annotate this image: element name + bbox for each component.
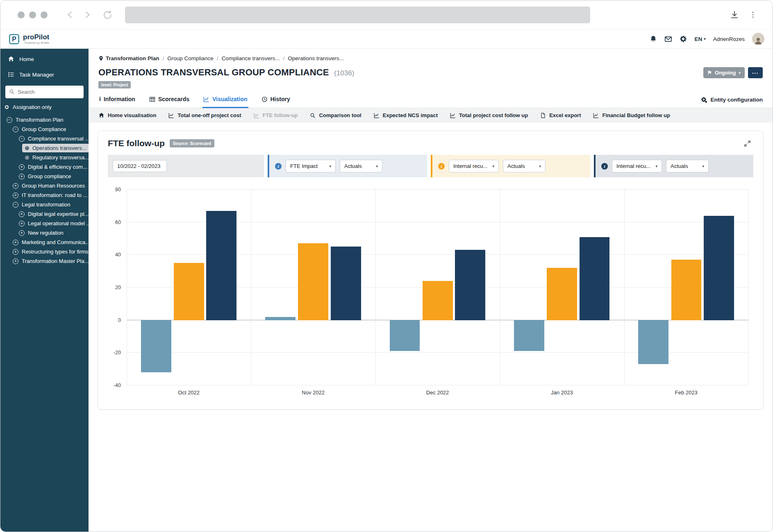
tree-expand-icon[interactable]: + [13, 183, 18, 189]
task-list-icon [8, 71, 14, 78]
tree-expand-icon[interactable]: + [19, 230, 25, 236]
source-badge: Source: Scorecard [170, 139, 214, 147]
expand-icon[interactable] [741, 140, 753, 147]
tree-collapse-icon[interactable]: − [13, 127, 18, 132]
tree-collapse-icon[interactable]: − [7, 117, 12, 123]
breadcrumb-item[interactable]: Group Compliance [167, 55, 214, 61]
bar-dec-2022-series2 [423, 281, 453, 320]
tree-item[interactable]: +Marketing and Communica... [0, 238, 89, 247]
tree-item[interactable]: +New regulation [0, 228, 89, 238]
breadcrumb-item[interactable]: Operations transvers... [288, 55, 344, 61]
tree-expand-icon[interactable]: + [19, 221, 25, 226]
tree-item[interactable]: −Group Compliance [0, 125, 89, 134]
propilot-logo-icon: P [9, 34, 20, 45]
breadcrumb-item[interactable]: Transformation Plan [98, 55, 159, 61]
subnav-item[interactable]: Comparison tool [310, 112, 361, 118]
measure-select[interactable]: Actuals ▾ [340, 160, 382, 172]
tree-collapse-icon[interactable]: − [19, 136, 25, 142]
tree-item[interactable]: +Legal operational model ... [0, 219, 89, 228]
measure-select[interactable]: Actuals ▾ [666, 160, 709, 172]
tree-item[interactable]: +Restructuring types for firms [0, 247, 89, 256]
download-icon[interactable] [730, 10, 739, 19]
toggle-circle-icon[interactable] [5, 105, 9, 109]
window-controls[interactable] [18, 11, 48, 18]
entity-configuration-button[interactable]: Entity configuration [701, 97, 763, 103]
tree-item[interactable]: +Group Human Ressources [0, 181, 89, 190]
browser-menu-icon[interactable] [749, 11, 757, 19]
tree-dot-icon [25, 156, 29, 160]
tree-item-label: Marketing and Communica... [22, 239, 89, 245]
subnav-item-label: FTE follow-up [263, 112, 298, 118]
refresh-icon[interactable] [102, 10, 113, 20]
search-input[interactable] [5, 86, 84, 98]
tree-expand-icon[interactable]: + [13, 258, 18, 264]
tree-item[interactable]: +Transformation Master Pla... [0, 256, 89, 266]
subnav-item-label: Excel export [549, 112, 581, 118]
tree-item[interactable]: Operations transvers... [0, 143, 89, 153]
forward-icon[interactable] [83, 10, 92, 19]
tree-expand-icon[interactable]: + [13, 240, 18, 245]
window-dot[interactable] [29, 11, 36, 18]
status-ongoing-button[interactable]: ⚑ Ongoing ▾ [703, 67, 745, 78]
subnav-item[interactable]: Financial Budget follow up [593, 112, 670, 118]
address-bar[interactable] [125, 7, 590, 23]
tree-collapse-icon[interactable]: − [13, 202, 18, 208]
language-selector[interactable]: EN▾ [694, 36, 705, 42]
subnav-item[interactable]: Excel export [540, 112, 581, 118]
sidebar-item-task-manager[interactable]: Task Manager [0, 67, 89, 82]
back-icon[interactable] [66, 10, 75, 19]
tree-item[interactable]: −Legal transformation [0, 200, 89, 209]
more-actions-button[interactable]: ... [748, 67, 763, 78]
breadcrumb-item[interactable]: Compliance transvers... [222, 55, 280, 61]
messages-envelope-icon[interactable] [664, 35, 672, 43]
tree-expand-icon[interactable]: + [19, 164, 25, 170]
magnifier-icon [310, 113, 316, 118]
field-select[interactable]: Internal recu... ▾ [449, 160, 499, 172]
subnav-item[interactable]: FTE follow-up [254, 112, 298, 118]
tree-item[interactable]: +Group compliance [0, 172, 89, 181]
subnav-item[interactable]: Home visualisation [98, 112, 156, 118]
tab-history[interactable]: History [261, 92, 291, 108]
bar-dec-2022-series3 [455, 250, 485, 320]
tree-item-label: Digital & efficiency com... [28, 164, 87, 170]
gridline [127, 385, 748, 385]
bar-dec-2022-series1 [390, 320, 420, 351]
bar-jan-2023-series2 [547, 268, 577, 320]
tree-item[interactable]: Regulatory transversa... [0, 153, 89, 162]
x-axis-label: Jan 2023 [551, 389, 573, 396]
window-dot[interactable] [18, 11, 25, 18]
tree-item[interactable]: +IT transformation: road to ... [0, 190, 89, 200]
measure-select[interactable]: Actuals ▾ [503, 160, 546, 172]
subnav-item[interactable]: Expected NCS impact [374, 112, 438, 118]
tab-visualization[interactable]: Visualization [202, 92, 248, 108]
field-select[interactable]: Internal recu... ▾ [612, 160, 662, 172]
tree-expand-icon[interactable]: + [19, 174, 25, 179]
tree-item[interactable]: −Transformation Plan [0, 115, 89, 125]
tree-dot-icon [25, 146, 29, 150]
tree-expand-icon[interactable]: + [19, 211, 25, 217]
bar-feb-2023-series1 [638, 320, 668, 364]
avatar[interactable] [752, 33, 764, 45]
window-dot[interactable] [41, 11, 48, 18]
y-axis-label: -20 [114, 350, 121, 355]
field-select[interactable]: FTE Impact ▾ [286, 160, 336, 172]
tab-information[interactable]: i Information [98, 92, 136, 108]
tree-item[interactable]: +Digital legal expertise pl... [0, 209, 89, 219]
subnav-item[interactable]: Total project cost follow up [450, 112, 528, 118]
subnav-item[interactable]: Total one-off project cost [168, 112, 241, 118]
assignation-only-toggle[interactable]: Assignation only [0, 99, 89, 114]
propilot-logo[interactable]: P proPilot Powered by dFakto [9, 34, 49, 45]
chart-icon [254, 113, 259, 118]
date-range-input[interactable] [113, 160, 167, 172]
tree-item[interactable]: −Compliance transversal ... [0, 134, 89, 143]
subnav-item-label: Total one-off project cost [177, 112, 241, 118]
settings-gear-icon[interactable] [680, 35, 687, 43]
tree-expand-icon[interactable]: + [13, 192, 18, 198]
tab-scorecards[interactable]: Scorecards [148, 92, 190, 108]
tab-label: History [271, 96, 290, 102]
notifications-bell-icon[interactable] [650, 35, 657, 43]
username[interactable]: AdrienRozes [713, 36, 745, 42]
tree-item[interactable]: +Digital & efficiency com... [0, 162, 89, 172]
tree-expand-icon[interactable]: + [13, 249, 18, 255]
sidebar-item-home[interactable]: Home [0, 51, 89, 67]
